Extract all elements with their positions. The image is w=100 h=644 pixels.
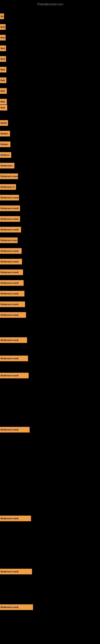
bar-fill: Bott [0, 88, 7, 94]
bar-row: Bott [0, 45, 6, 52]
bar-fill: Bottleneck result [0, 259, 22, 264]
bar-fill: Bottleneck result [0, 337, 27, 343]
bar-fill: Bottleneck result [0, 569, 32, 574]
bar-row: Bottleneck result [0, 269, 23, 276]
bar-fill: Bott [0, 46, 6, 51]
bar-fill: Bottleneck resul [0, 174, 18, 179]
bar-row: Bottleneck result [0, 337, 27, 343]
bar-fill: Bottleneck result [0, 206, 20, 211]
bar-fill: Bott [0, 99, 7, 104]
bar-fill: Bottleneck re [0, 184, 16, 190]
bar-row: Bottleneck resul [0, 173, 18, 180]
bar-row: Bottlene [0, 152, 11, 158]
bar-fill: Bottleneck resu [0, 238, 18, 243]
bar-row: Bottleneck r [0, 162, 14, 169]
bar-row: Bottleneck result [0, 194, 19, 201]
bar-fill: Bott [0, 67, 6, 72]
bar-row: Bottleneck re [0, 184, 16, 190]
bar-fill: Bottleneck result [0, 280, 24, 286]
bar-row: Bottleneck result [0, 280, 24, 286]
bar-row: Bottlen [0, 141, 10, 148]
bar-row: Bottleneck result [0, 604, 33, 610]
bar-row: Bottleneck result [0, 301, 25, 308]
bar-fill: Bottlene [0, 152, 11, 158]
bar-fill: Bottleneck result [0, 216, 20, 222]
bar-fill: Bottleneck result [0, 427, 30, 432]
bar-fill: Bottle [0, 120, 8, 126]
bar-row: Bottleneck result [0, 216, 20, 222]
bar-row: Bottleneck resu [0, 237, 18, 244]
bar-fill: Bottleneck result [0, 291, 24, 296]
bar-fill: Bottlen [0, 131, 10, 136]
bar-fill: Bo [0, 14, 4, 19]
bar-row: Bottleneck result [0, 312, 26, 318]
bar-row: Bottleneck result [0, 205, 20, 212]
bar-fill: Bottleneck result [0, 373, 29, 378]
bar-row: Bo [0, 13, 4, 20]
bar-row: Bottleneck result [0, 290, 24, 297]
bar-row: Bottleneck result [0, 258, 22, 265]
bar-fill: Bott [0, 24, 6, 30]
bar-fill: Bottleneck result [0, 195, 19, 200]
bar-fill: Bottleneck result [0, 312, 26, 318]
bar-fill: Bott [0, 78, 6, 83]
bar-fill: Bott [0, 56, 6, 62]
bar-row: Bottleneck result [0, 515, 31, 522]
bar-row: Bott [0, 34, 6, 41]
bar-row: Bottleneck result [0, 372, 29, 379]
bar-row: Bottlen [0, 130, 10, 137]
bar-fill: Bott [0, 35, 6, 40]
bar-row: Bott [0, 88, 7, 94]
bar-row: Bottleneck result [0, 226, 21, 233]
bar-row: Bott [0, 104, 7, 111]
bar-row: Bottleneck result [0, 248, 22, 254]
bar-fill: Bottleneck result [0, 516, 31, 521]
bar-fill: Bottleneck result [0, 302, 25, 307]
bar-fill: Bottleneck result [0, 604, 33, 610]
bar-fill: Bottleneck result [0, 356, 28, 361]
bar-fill: Bottleneck result [0, 248, 22, 254]
bar-row: Bott [0, 56, 6, 62]
bar-fill: Bott [0, 105, 7, 110]
bar-row: Bottle [0, 120, 8, 126]
site-title: TheBottlenecker.com [0, 1, 100, 8]
bar-fill: Bottleneck r [0, 163, 14, 168]
bar-row: Bottleneck result [0, 568, 32, 575]
bar-row: Bott [0, 77, 6, 84]
bar-row: Bott [0, 98, 7, 105]
bar-row: Bott [0, 66, 6, 73]
bar-fill: Bottleneck result [0, 227, 21, 232]
bar-row: Bott [0, 24, 6, 30]
bar-row: Bottleneck result [0, 355, 28, 362]
bar-fill: Bottleneck result [0, 270, 23, 275]
bar-row: Bottleneck result [0, 426, 30, 433]
bar-fill: Bottlen [0, 142, 10, 147]
